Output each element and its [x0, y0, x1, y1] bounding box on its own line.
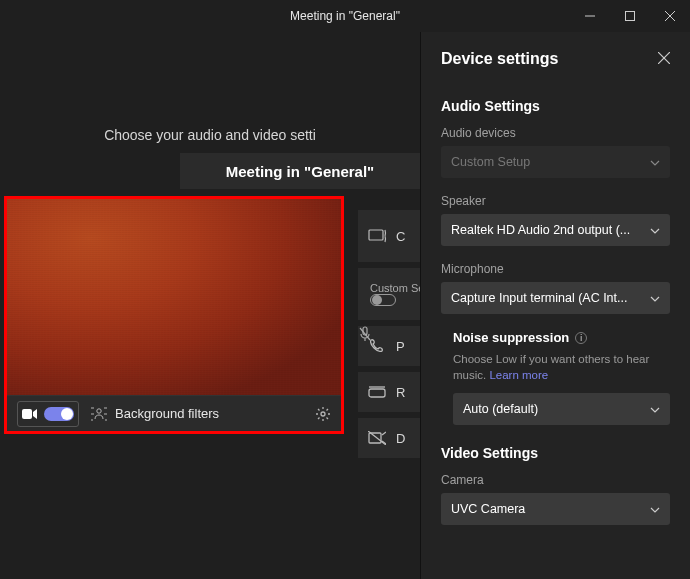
- camera-icon: [22, 408, 38, 420]
- audio-settings-heading: Audio Settings: [441, 98, 670, 114]
- svg-point-12: [321, 412, 325, 416]
- chevron-down-icon: [650, 502, 660, 516]
- device-settings-panel: Device settings Audio Settings Audio dev…: [420, 32, 690, 579]
- background-filters-icon: [91, 406, 107, 422]
- computer-audio-option[interactable]: C: [358, 210, 428, 262]
- mic-toggle-switch[interactable]: [370, 294, 396, 306]
- svg-line-19: [382, 432, 386, 435]
- audio-devices-value: Custom Setup: [451, 155, 644, 169]
- background-filters-label: Background filters: [115, 406, 219, 421]
- meeting-title: Meeting in "General": [180, 153, 420, 189]
- window-titlebar: Meeting in "General": [0, 0, 690, 32]
- camera-toggle-group: [17, 401, 79, 427]
- window-controls: [570, 0, 690, 32]
- prejoin-instructions-text: Choose your audio and video setti: [0, 127, 420, 143]
- info-icon[interactable]: i: [575, 332, 587, 344]
- room-audio-label: R: [396, 385, 405, 400]
- room-audio-option[interactable]: R: [358, 372, 428, 412]
- close-button[interactable]: [650, 0, 690, 32]
- camera-toggle-switch[interactable]: [44, 407, 74, 421]
- custom-setup-label: Custom Set: [368, 282, 428, 294]
- minimize-button[interactable]: [570, 0, 610, 32]
- camera-preview: [7, 199, 341, 395]
- chevron-down-icon: [650, 155, 660, 169]
- camera-label: Camera: [441, 473, 670, 487]
- preview-toolbar: Background filters: [7, 395, 341, 431]
- window-title: Meeting in "General": [290, 9, 400, 23]
- video-settings-heading: Video Settings: [441, 445, 670, 461]
- computer-audio-label: C: [396, 229, 405, 244]
- camera-value: UVC Camera: [451, 502, 644, 516]
- chevron-down-icon: [650, 223, 660, 237]
- svg-rect-16: [369, 389, 385, 397]
- speaker-label: Speaker: [441, 194, 670, 208]
- custom-setup-option[interactable]: Custom Set: [358, 268, 428, 320]
- camera-dropdown[interactable]: UVC Camera: [441, 493, 670, 525]
- maximize-button[interactable]: [610, 0, 650, 32]
- chevron-down-icon: [650, 291, 660, 305]
- phone-audio-label: P: [396, 339, 405, 354]
- no-audio-option[interactable]: D: [358, 418, 428, 458]
- camera-preview-highlight: Background filters: [4, 196, 344, 434]
- audio-devices-label: Audio devices: [441, 126, 670, 140]
- svg-rect-1: [626, 12, 635, 21]
- audio-mode-list: C Custom Set P R D: [358, 210, 428, 458]
- svg-point-5: [97, 408, 101, 412]
- microphone-label: Microphone: [441, 262, 670, 276]
- svg-rect-4: [22, 409, 32, 419]
- svg-rect-18: [369, 433, 381, 443]
- noise-suppression-value: Auto (default): [463, 402, 644, 416]
- no-audio-label: D: [396, 431, 405, 446]
- speaker-dropdown[interactable]: Realtek HD Audio 2nd output (...: [441, 214, 670, 246]
- device-settings-title: Device settings: [441, 50, 558, 68]
- microphone-dropdown[interactable]: Capture Input terminal (AC Int...: [441, 282, 670, 314]
- gear-icon[interactable]: [315, 406, 331, 422]
- noise-helper-text: Choose Low if you want others to hear mu…: [453, 351, 670, 383]
- speaker-value: Realtek HD Audio 2nd output (...: [451, 223, 644, 237]
- chevron-down-icon: [650, 402, 660, 416]
- noise-suppression-dropdown[interactable]: Auto (default): [453, 393, 670, 425]
- learn-more-link[interactable]: Learn more: [489, 369, 548, 381]
- microphone-value: Capture Input terminal (AC Int...: [451, 291, 644, 305]
- camera-noise-overlay: [7, 199, 341, 395]
- toggle-knob: [61, 408, 73, 420]
- audio-devices-dropdown[interactable]: Custom Setup: [441, 146, 670, 178]
- close-panel-button[interactable]: [658, 50, 670, 68]
- noise-suppression-heading: Noise suppression: [453, 330, 569, 345]
- background-filters-button[interactable]: Background filters: [91, 406, 219, 422]
- svg-rect-13: [369, 230, 383, 240]
